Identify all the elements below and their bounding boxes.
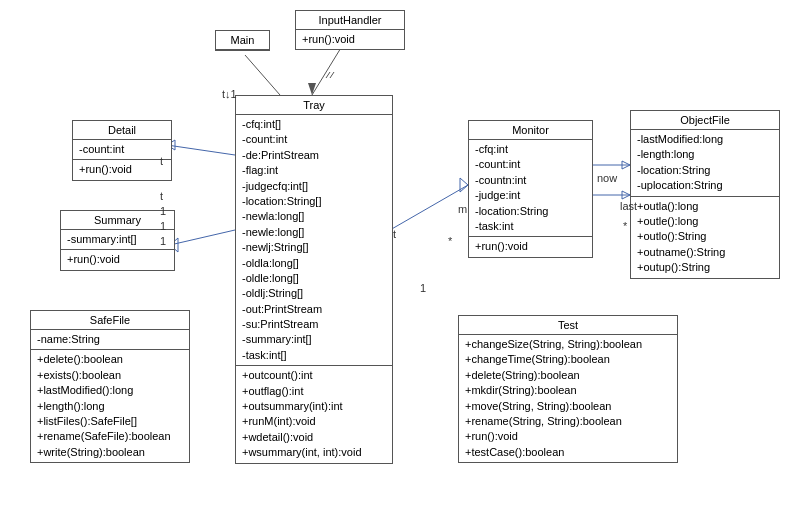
safefile-box: SafeFile -name:String +delete():boolean … bbox=[30, 310, 190, 463]
label-1-right: 1 bbox=[420, 282, 426, 294]
diagram-container: InputHandler +run():void Main Tray -cfq:… bbox=[0, 0, 794, 520]
svg-marker-12 bbox=[622, 161, 630, 169]
summary-methods: +run():void bbox=[61, 250, 174, 269]
detail-box: Detail -count:int +run():void bbox=[72, 120, 172, 181]
monitor-box: Monitor -cfq:int -count:int -countn:int … bbox=[468, 120, 593, 258]
svg-line-9 bbox=[390, 185, 468, 230]
monitor-methods: +run():void bbox=[469, 237, 592, 256]
test-title: Test bbox=[459, 316, 677, 335]
safefile-title: SafeFile bbox=[31, 311, 189, 330]
label-t3: t bbox=[160, 190, 163, 202]
summary-fields: -summary:int[] bbox=[61, 230, 174, 250]
tray-fields: -cfq:int[] -count:int -de:PrintStream -f… bbox=[236, 115, 392, 366]
test-methods: +changeSize(String, String):boolean +cha… bbox=[459, 335, 677, 462]
safefile-methods: +delete():boolean +exists():boolean +las… bbox=[31, 350, 189, 462]
label-1c: 1 bbox=[160, 235, 166, 247]
safefile-fields: -name:String bbox=[31, 330, 189, 350]
monitor-title: Monitor bbox=[469, 121, 592, 140]
label-m: m bbox=[458, 203, 467, 215]
tray-title: Tray bbox=[236, 96, 392, 115]
label-last: last bbox=[620, 200, 637, 212]
label-star2: * bbox=[623, 220, 627, 232]
svg-marker-1 bbox=[308, 83, 316, 95]
main-title: Main bbox=[216, 31, 269, 50]
label-t2: t bbox=[160, 155, 163, 167]
svg-line-4 bbox=[245, 55, 280, 95]
svg-line-2 bbox=[326, 72, 330, 78]
objectfile-title: ObjectFile bbox=[631, 111, 779, 130]
main-box: Main bbox=[215, 30, 270, 51]
summary-box: Summary -summary:int[] +run():void bbox=[60, 210, 175, 271]
test-box: Test +changeSize(String, String):boolean… bbox=[458, 315, 678, 463]
svg-marker-10 bbox=[460, 178, 468, 192]
tray-methods: +outcount():int +outflag():int +outsumma… bbox=[236, 366, 392, 462]
detail-title: Detail bbox=[73, 121, 171, 140]
svg-line-3 bbox=[330, 72, 334, 78]
tray-box: Tray -cfq:int[] -count:int -de:PrintStre… bbox=[235, 95, 393, 464]
objectfile-fields: -lastModified:long -length:long -locatio… bbox=[631, 130, 779, 197]
label-t1: t↓1 bbox=[222, 88, 237, 100]
label-1a: 1 bbox=[160, 205, 166, 217]
inputhandler-methods: +run():void bbox=[296, 30, 404, 49]
inputhandler-title: InputHandler bbox=[296, 11, 404, 30]
svg-line-7 bbox=[170, 230, 235, 245]
objectfile-methods: +outla():long +outle():long +outlo():Str… bbox=[631, 197, 779, 278]
inputhandler-box: InputHandler +run():void bbox=[295, 10, 405, 50]
monitor-fields: -cfq:int -count:int -countn:int -judge:i… bbox=[469, 140, 592, 237]
label-star1: * bbox=[448, 235, 452, 247]
svg-marker-14 bbox=[622, 191, 630, 199]
label-1b: 1 bbox=[160, 220, 166, 232]
detail-fields: -count:int bbox=[73, 140, 171, 160]
svg-line-5 bbox=[167, 145, 235, 155]
label-now: now bbox=[597, 172, 617, 184]
label-t-right: t bbox=[393, 228, 396, 240]
detail-methods: +run():void bbox=[73, 160, 171, 179]
objectfile-box: ObjectFile -lastModified:long -length:lo… bbox=[630, 110, 780, 279]
summary-title: Summary bbox=[61, 211, 174, 230]
